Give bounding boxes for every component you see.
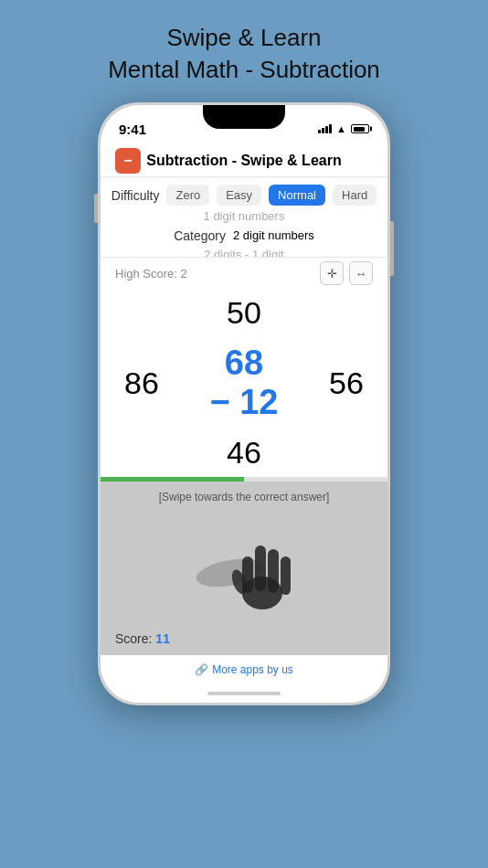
more-apps-label: More apps by us [212,663,293,676]
svg-rect-5 [281,556,291,595]
nav-title: Subtraction - Swipe & Learn [146,153,341,169]
page-title: Swipe & Learn Mental Math - Subtraction [108,22,380,86]
link-icon: 🔗 [195,663,208,676]
more-apps-bar[interactable]: 🔗 More apps by us [101,655,387,684]
svg-rect-3 [255,545,266,591]
resize-icon-button[interactable]: ↔ [349,261,373,285]
swipe-hint: [Swipe towards the correct answer] [159,491,330,503]
difficulty-hard[interactable]: Hard [333,185,377,206]
high-score-row: High Score: 2 ✛ ↔ [101,257,387,289]
main-card[interactable]: 68 − 12 [209,344,278,422]
title-line2: Mental Math - Subtraction [108,56,380,83]
phone-device: 9:41 ▲ − Subtraction - Swipe & Learn [98,102,390,705]
math-area: 50 86 68 − 12 56 46 [101,289,387,477]
score-row: Score: 11 [115,631,170,646]
left-number: 86 [119,365,164,401]
high-score-text: High Score: 2 [115,267,187,281]
cards-row: 86 68 − 12 56 [110,344,378,422]
difficulty-easy[interactable]: Easy [217,185,261,206]
notch [203,105,285,129]
phone-screen: 9:41 ▲ − Subtraction - Swipe & Learn [101,105,387,703]
move-icon-button[interactable]: ✛ [320,261,344,285]
status-icons: ▲ [318,123,369,134]
swipe-area[interactable]: [Swipe towards the correct answer] [101,482,387,655]
card-bottom-number: − 12 [209,383,278,422]
status-bar: 9:41 ▲ [101,105,387,145]
back-button[interactable]: − [115,148,141,174]
category-label: Category [174,228,226,243]
status-time: 9:41 [119,122,146,137]
cat-item-2digit-1digit: 2 digits - 1 digit [115,246,373,257]
wifi-icon: ▲ [336,123,346,134]
svg-rect-4 [268,549,279,593]
nav-bar: − Subtraction - Swipe & Learn [101,145,387,177]
difficulty-row: Difficulty Zero Easy Normal Hard [101,177,387,206]
answer-bottom: 46 [227,435,261,471]
answer-top: 50 [227,295,261,331]
difficulty-label: Difficulty [111,188,160,203]
battery-icon [351,124,369,133]
difficulty-normal[interactable]: Normal [269,185,325,206]
right-number: 56 [324,365,369,401]
icon-row: ✛ ↔ [320,261,373,285]
category-area: 1 digit numbers Category 2 digit numbers… [101,206,387,257]
home-bar [207,692,281,695]
home-indicator [101,684,387,703]
resize-icon: ↔ [355,267,367,281]
move-icon: ✛ [327,267,337,281]
signal-icon [318,124,332,133]
score-label: Score: [115,631,152,646]
cat-item-2digit: 2 digit numbers [233,227,314,246]
cat-item-1digit: 1 digit numbers [115,207,373,227]
score-value: 11 [155,631,170,646]
swipe-gesture-icon [189,520,299,620]
card-top-number: 68 [225,344,263,383]
difficulty-zero[interactable]: Zero [166,185,209,206]
title-line1: Swipe & Learn [166,24,321,51]
